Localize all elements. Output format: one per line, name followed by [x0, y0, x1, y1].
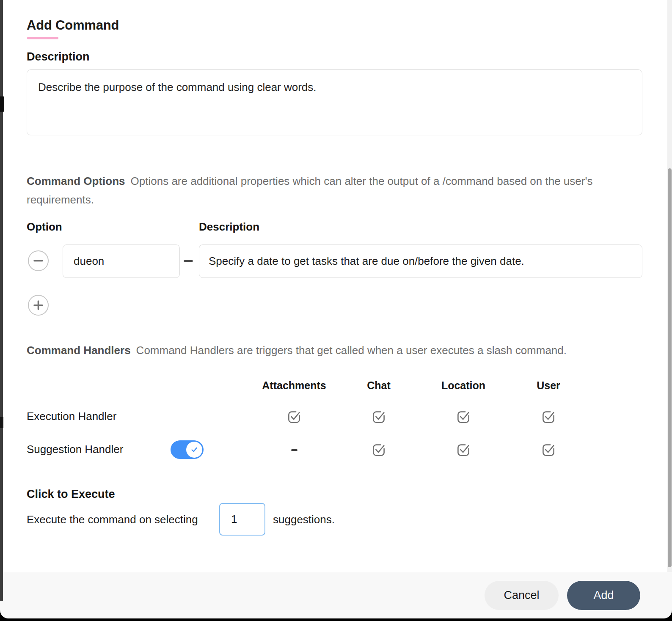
- add-option-button[interactable]: [28, 295, 49, 316]
- checkbox-checked-icon[interactable]: [371, 409, 386, 425]
- add-command-dialog: Add Command Description Describe the pur…: [0, 0, 672, 621]
- execute-sentence-after: suggestions.: [273, 513, 335, 526]
- suggestion-handler-label: Suggestion Handler: [27, 443, 123, 456]
- scrollbar-thumb[interactable]: [668, 168, 672, 567]
- option-description-input[interactable]: [199, 245, 642, 278]
- background-peek-mark: [0, 96, 4, 112]
- checkbox-checked-icon[interactable]: [456, 409, 471, 425]
- command-handlers-heading-title: Command Handlers: [27, 344, 131, 357]
- command-handlers-heading-subtext: Command Handlers are triggers that get c…: [136, 344, 567, 357]
- suggestion-count-input[interactable]: [219, 503, 265, 536]
- checkbox-checked-icon[interactable]: [541, 409, 556, 425]
- title-accent-underline: [27, 37, 58, 39]
- column-header-attachments: Attachments: [248, 379, 341, 392]
- command-options-heading-title: Command Options: [27, 175, 125, 187]
- background-sidebar-edge: [0, 0, 3, 601]
- checkbox-checked-icon[interactable]: [541, 442, 556, 458]
- add-button[interactable]: Add: [567, 581, 640, 610]
- plus-icon: [29, 296, 48, 315]
- checkbox-checked-icon[interactable]: [371, 442, 386, 458]
- column-header-location: Location: [432, 379, 495, 392]
- minus-icon: [29, 251, 48, 270]
- option-separator-dash: [184, 260, 193, 262]
- checkbox-checked-icon[interactable]: [456, 442, 471, 458]
- column-header-chat: Chat: [353, 379, 404, 392]
- option-column-label: Option: [27, 220, 62, 234]
- description-column-label: Description: [199, 220, 259, 234]
- check-icon: [190, 445, 199, 454]
- remove-option-button[interactable]: [28, 250, 49, 271]
- option-name-input[interactable]: [63, 245, 180, 278]
- checkbox-checked-icon[interactable]: [286, 409, 302, 425]
- execute-sentence-before: Execute the command on selecting: [27, 513, 198, 526]
- dialog-title: Add Command: [27, 18, 119, 33]
- suggestion-handler-toggle[interactable]: [171, 440, 204, 459]
- click-to-execute-heading: Click to Execute: [27, 488, 115, 501]
- command-options-heading: Command OptionsOptions are additional pr…: [27, 172, 628, 209]
- description-label: Description: [27, 50, 90, 63]
- command-handlers-heading: Command HandlersCommand Handlers are tri…: [27, 341, 628, 360]
- background-peek-mark: [0, 417, 3, 428]
- cancel-button[interactable]: Cancel: [485, 581, 559, 610]
- column-header-user: User: [523, 379, 574, 392]
- description-textarea[interactable]: Describe the purpose of the command usin…: [27, 69, 642, 135]
- execution-handler-label: Execution Handler: [27, 410, 116, 423]
- no-attachments-dash: [291, 449, 297, 451]
- toggle-knob: [186, 442, 202, 458]
